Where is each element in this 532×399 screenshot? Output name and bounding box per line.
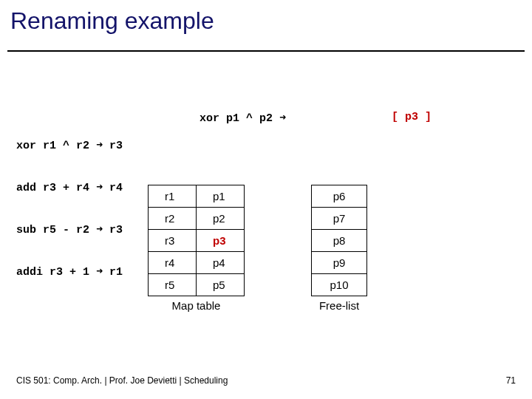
table-row: r4 p4: [149, 252, 245, 274]
code-line-2: add r3 + r4 ➜ r4: [16, 181, 123, 195]
table-row: p6: [312, 185, 367, 208]
table-row: r5 p5: [149, 274, 245, 296]
code-line-4: addi r3 + 1 ➜ r1: [16, 265, 123, 279]
map-arch: r4: [149, 252, 197, 274]
map-phys-hot: p3: [197, 230, 245, 252]
map-phys: p2: [197, 208, 245, 230]
tables-area: r1 p1 r2 p2 r3 p3 r4 p4 r5 p5: [148, 185, 367, 312]
table-row: r2 p2: [149, 208, 245, 230]
free-list-caption: Free-list: [311, 296, 367, 312]
map-phys: p4: [197, 252, 245, 274]
free-item: p9: [312, 252, 367, 274]
free-item: p7: [312, 208, 367, 230]
page-number: 71: [506, 375, 516, 386]
slide-title: Renaming example: [10, 7, 214, 35]
map-arch: r1: [149, 185, 197, 208]
table-row: p7: [312, 208, 367, 230]
table-row: p8: [312, 230, 367, 252]
map-table-caption: Map table: [148, 296, 245, 312]
free-list-table: p6 p7 p8 p9 p10: [311, 185, 367, 296]
renamed-stem: xor p1 ^ p2 ➜: [200, 111, 286, 125]
map-arch: r3: [149, 230, 197, 252]
map-arch: r2: [149, 208, 197, 230]
free-list-wrapper: p6 p7 p8 p9 p10 Free-list: [245, 185, 367, 312]
map-phys: p5: [197, 274, 245, 296]
map-table-wrapper: r1 p1 r2 p2 r3 p3 r4 p4 r5 p5: [148, 185, 245, 312]
table-row: p10: [312, 274, 367, 296]
free-item: p6: [312, 185, 367, 208]
original-code: xor r1 ^ r2 ➜ r3 add r3 + r4 ➜ r4 sub r5…: [16, 111, 123, 293]
free-item: p10: [312, 274, 367, 296]
footer-left: CIS 501: Comp. Arch. | Prof. Joe Deviett…: [16, 375, 228, 386]
map-phys: p1: [197, 185, 245, 208]
table-row: r3 p3: [149, 230, 245, 252]
renamed-dest: [ p3 ]: [392, 111, 432, 123]
map-table: r1 p1 r2 p2 r3 p3 r4 p4 r5 p5: [148, 185, 245, 296]
table-row: p9: [312, 252, 367, 274]
title-rule: [7, 50, 525, 52]
table-row: r1 p1: [149, 185, 245, 208]
code-line-3: sub r5 - r2 ➜ r3: [16, 223, 123, 237]
code-line-1: xor r1 ^ r2 ➜ r3: [16, 139, 123, 153]
map-arch: r5: [149, 274, 197, 296]
free-item: p8: [312, 230, 367, 252]
